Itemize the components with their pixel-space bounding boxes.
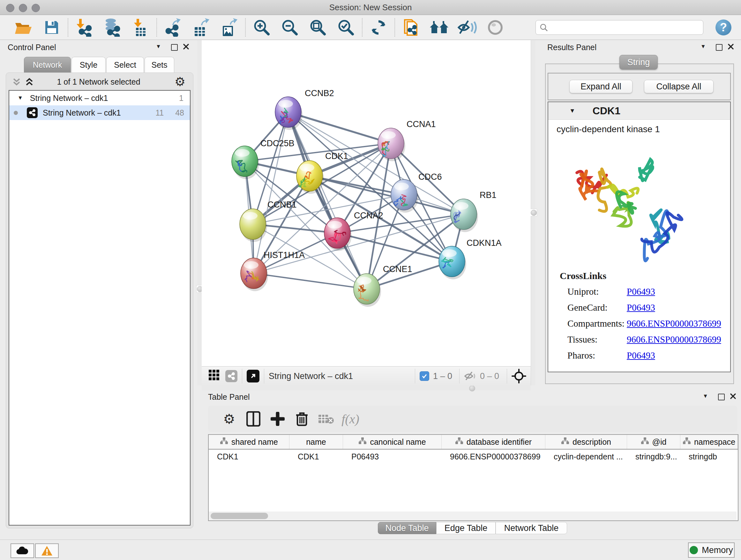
control-panel-float-button[interactable] bbox=[171, 44, 178, 52]
collection-expand-arrow[interactable]: ▼ bbox=[17, 95, 23, 101]
network-node-ccna1[interactable]: CCNA1 bbox=[378, 119, 436, 161]
table-cell[interactable]: CDK1 bbox=[289, 449, 343, 463]
tab-style[interactable]: Style bbox=[71, 57, 106, 73]
toolbar-separator bbox=[68, 18, 68, 37]
selected-indicator-checkbox[interactable] bbox=[420, 371, 429, 381]
network-edge[interactable] bbox=[254, 112, 288, 273]
expand-all-networks-button[interactable] bbox=[24, 78, 34, 87]
network-canvas[interactable]: CCNB2CCNA1CDC25BCDK1CDC6RB1CCNB1CCNA2CDK… bbox=[202, 40, 531, 366]
column-header-shared-name[interactable]: shared name bbox=[209, 435, 289, 449]
warnings-button[interactable] bbox=[35, 543, 59, 558]
crosslink-value-link[interactable]: P06493 bbox=[627, 302, 655, 313]
network-edge[interactable] bbox=[254, 273, 367, 289]
table-horizontal-scrollbar[interactable] bbox=[209, 511, 737, 520]
network-edge[interactable] bbox=[288, 112, 391, 143]
column-header-namespace[interactable]: namespace bbox=[680, 435, 738, 449]
show-columns-button[interactable] bbox=[241, 410, 266, 428]
right-splitter-handle[interactable] bbox=[531, 210, 537, 216]
tab-string-results[interactable]: String bbox=[619, 55, 658, 70]
birdseye-home-button[interactable] bbox=[425, 17, 453, 38]
table-cell[interactable]: cyclin-dependent ... bbox=[545, 449, 627, 463]
import-table-button[interactable] bbox=[126, 17, 154, 38]
cloud-status-button[interactable] bbox=[10, 543, 34, 558]
help-button[interactable]: ? bbox=[716, 19, 731, 36]
collapse-all-button[interactable]: Collapse All bbox=[644, 80, 714, 93]
memory-button[interactable]: Memory bbox=[688, 543, 735, 558]
birdseye-view-button[interactable] bbox=[247, 370, 259, 382]
network-row-selected[interactable]: String Network – cdk1 11 48 bbox=[9, 105, 190, 120]
zoom-out-button[interactable] bbox=[276, 17, 304, 38]
column-header-description[interactable]: description bbox=[545, 435, 627, 449]
zoom-selected-button[interactable] bbox=[332, 17, 360, 38]
control-panel-menu-button[interactable]: ▼ bbox=[156, 44, 161, 50]
column-header-database-identifier[interactable]: database identifier bbox=[442, 435, 545, 449]
gene-section-header[interactable]: ▼ CDK1 bbox=[548, 102, 730, 120]
table-settings-gear-icon[interactable]: ⚙ bbox=[217, 410, 241, 428]
scrollbar-thumb[interactable] bbox=[211, 513, 268, 519]
network-node-hist1h1a[interactable]: HIST1H1A bbox=[241, 250, 305, 291]
network-collection-row[interactable]: ▼ String Network – cdk1 1 bbox=[9, 91, 190, 105]
column-header-name[interactable]: name bbox=[289, 435, 343, 449]
network-node-cdkn1a[interactable]: CDKN1A bbox=[439, 238, 502, 279]
column-header--id[interactable]: @id bbox=[627, 435, 680, 449]
grid-view-button[interactable] bbox=[209, 370, 219, 383]
tab-sets[interactable]: Sets bbox=[145, 57, 174, 73]
table-cell[interactable]: stringdb:9... bbox=[627, 449, 680, 463]
left-splitter[interactable] bbox=[197, 40, 202, 385]
import-network-database-button[interactable] bbox=[98, 17, 126, 38]
table-panel-menu-button[interactable]: ▼ bbox=[703, 393, 708, 399]
network-view-button[interactable] bbox=[225, 370, 238, 382]
control-panel-close-button[interactable] bbox=[183, 43, 190, 51]
table-panel-close-button[interactable] bbox=[730, 393, 737, 401]
grid-icon bbox=[209, 370, 219, 381]
export-network-button[interactable] bbox=[159, 17, 187, 38]
table-cell[interactable]: CDK1 bbox=[209, 449, 289, 463]
horizontal-splitter[interactable] bbox=[202, 385, 531, 390]
export-table-button[interactable] bbox=[187, 17, 215, 38]
zoom-in-button[interactable] bbox=[248, 17, 276, 38]
results-panel-close-button[interactable] bbox=[727, 43, 734, 51]
gene-collapse-arrow[interactable]: ▼ bbox=[569, 107, 576, 114]
open-session-button[interactable] bbox=[10, 17, 38, 38]
delete-column-button[interactable] bbox=[290, 410, 314, 428]
save-session-button[interactable] bbox=[38, 17, 66, 38]
network-edge[interactable] bbox=[288, 112, 367, 289]
column-header-canonical-name[interactable]: canonical name bbox=[343, 435, 442, 449]
crosslink-value-link[interactable]: 9606.ENSP00000378699 bbox=[627, 318, 721, 329]
search-input[interactable] bbox=[548, 23, 699, 32]
crosslink-row: Pharos:P06493 bbox=[567, 350, 730, 361]
zoom-fit-button[interactable] bbox=[304, 17, 332, 38]
table-cell[interactable]: P06493 bbox=[343, 449, 442, 463]
table-panel-float-button[interactable] bbox=[718, 394, 725, 401]
collapse-all-networks-button[interactable] bbox=[12, 78, 21, 87]
string-network-graph[interactable]: CCNB2CCNA1CDC25BCDK1CDC6RB1CCNB1CCNA2CDK… bbox=[202, 40, 531, 366]
center-view-crosshair-button[interactable] bbox=[512, 369, 526, 383]
tab-edge-table[interactable]: Edge Table bbox=[436, 522, 495, 534]
create-column-button[interactable] bbox=[266, 410, 290, 428]
network-options-gear-icon[interactable]: ⚙ bbox=[175, 75, 185, 89]
table-cell[interactable]: 9606.ENSP00000378699 bbox=[442, 449, 545, 463]
tab-select[interactable]: Select bbox=[106, 57, 144, 73]
clone-network-button[interactable] bbox=[397, 17, 425, 38]
right-splitter[interactable] bbox=[531, 40, 536, 385]
hide-selected-button[interactable] bbox=[453, 17, 481, 38]
expand-all-button[interactable]: Expand All bbox=[569, 80, 632, 93]
crosslink-value-link[interactable]: P06493 bbox=[627, 287, 655, 297]
network-node-ccne1[interactable]: CCNE1 bbox=[354, 264, 412, 307]
table-row[interactable]: CDK1CDK1P064939606.ENSP00000378699cyclin… bbox=[209, 449, 738, 463]
export-image-button[interactable] bbox=[215, 17, 243, 38]
import-network-file-button[interactable] bbox=[70, 17, 98, 38]
tab-node-table[interactable]: Node Table bbox=[378, 522, 436, 534]
crosslink-value-link[interactable]: P06493 bbox=[627, 350, 655, 361]
crosslink-value-link[interactable]: 9606.ENSP00000378699 bbox=[627, 334, 721, 345]
network-node-rb1[interactable]: RB1 bbox=[451, 190, 496, 232]
table-body: CDK1CDK1P064939606.ENSP00000378699cyclin… bbox=[209, 449, 738, 463]
refresh-button[interactable] bbox=[364, 17, 393, 38]
tab-network-table[interactable]: Network Table bbox=[495, 522, 567, 534]
results-panel-menu-button[interactable]: ▼ bbox=[700, 44, 706, 50]
show-all-button[interactable] bbox=[481, 17, 509, 38]
table-cell[interactable]: stringdb bbox=[680, 449, 738, 463]
tab-network[interactable]: Network bbox=[24, 57, 71, 73]
application-window: Session: New Session bbox=[0, 0, 741, 560]
results-panel-float-button[interactable] bbox=[716, 44, 723, 52]
